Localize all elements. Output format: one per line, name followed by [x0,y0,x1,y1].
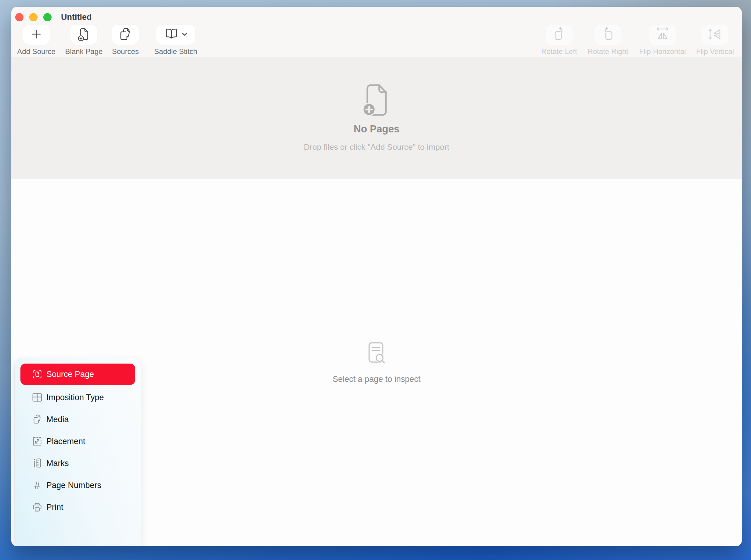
app-window: Untitled Add Source Blank Page [11,7,742,546]
pages-drop-zone[interactable]: No Pages Drop files or click "Add Source… [11,57,742,179]
sidebar-item-print[interactable]: Print [20,496,135,518]
zoom-button[interactable] [43,13,52,21]
sidebar-item-marks[interactable]: Marks [20,452,135,474]
close-button[interactable] [15,13,23,21]
saddle-stitch-dropdown[interactable]: Saddle Stitch [142,25,209,56]
minimize-button[interactable] [29,13,38,21]
chevron-down-icon [181,32,187,38]
inspector-pane: Select a page to inspect Source Page [11,180,742,546]
no-pages-subtitle: Drop files or click "Add Source" to impo… [11,142,742,152]
hash-icon: # [32,480,42,491]
rotate-right-icon [601,27,615,42]
page-add-icon [11,83,742,118]
flip-vertical-icon [708,27,722,42]
sidebar-item-placement[interactable]: Placement [20,431,135,452]
settings-sidebar: Source Page Imposition Type [15,358,141,546]
sidebar-item-label: Media [46,415,69,424]
page-plus-icon [77,27,91,42]
pages-icon [118,27,132,42]
sidebar-item-source-page[interactable]: Source Page [20,364,135,385]
sidebar-item-label: Source Page [46,370,94,379]
book-icon [164,27,179,42]
grid-icon [32,392,42,403]
plus-icon [30,28,43,42]
window-title: Untitled [61,13,92,22]
resize-icon [32,436,42,446]
flip-vertical-button: Flip Vertical [681,25,742,56]
sidebar-item-label: Print [46,503,63,512]
pages-icon [32,414,42,424]
scan-page-icon [32,369,42,379]
sidebar-item-page-numbers[interactable]: # Page Numbers [20,474,135,496]
no-pages-title: No Pages [11,123,742,135]
sidebar-item-media[interactable]: Media [20,408,135,431]
printer-icon [32,502,42,513]
traffic-lights [15,13,52,21]
rotate-left-icon [552,27,566,42]
flip-horizontal-icon [655,27,670,42]
sidebar-item-label: Placement [46,437,85,446]
ruler-pencil-icon [32,458,42,468]
sidebar-item-label: Page Numbers [46,481,101,490]
toolbar-button-label: Saddle Stitch [142,47,209,56]
toolbar: Untitled Add Source Blank Page [11,7,742,57]
sidebar-item-imposition-type[interactable]: Imposition Type [20,386,135,408]
sidebar-item-label: Marks [46,459,69,468]
toolbar-button-label: Flip Vertical [681,47,742,56]
sidebar-item-label: Imposition Type [46,393,104,402]
